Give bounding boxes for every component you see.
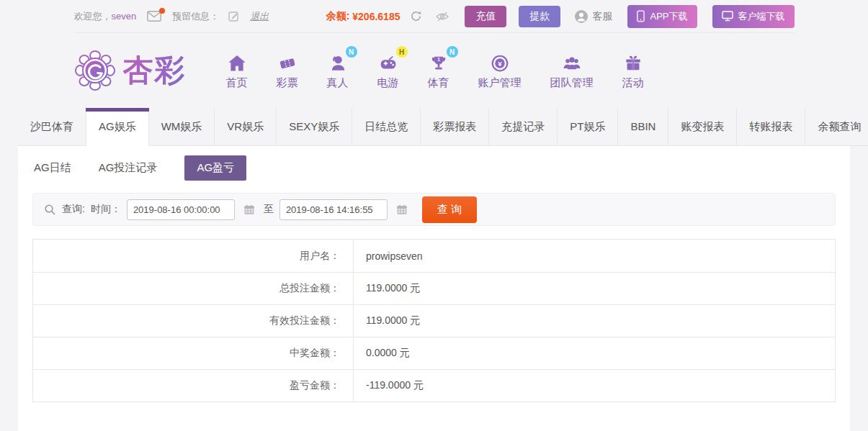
withdraw-button[interactable]: 提款 xyxy=(519,6,560,27)
tab-account-change-report[interactable]: 账变报表 xyxy=(668,108,737,146)
reserved-info-label: 预留信息： xyxy=(172,10,219,23)
headset-icon xyxy=(574,9,589,24)
nav-badge-h: H xyxy=(396,46,408,58)
tab-transfer-report[interactable]: 转账报表 xyxy=(737,108,805,146)
query-bar: 查询: 时间： 至 查 询 xyxy=(32,193,836,226)
tab-deposit-withdraw-records[interactable]: 充提记录 xyxy=(489,108,558,146)
phone-icon xyxy=(637,10,645,22)
subtab-ag-bet-records[interactable]: AG投注记录 xyxy=(99,161,158,175)
row-label-valid-bet: 有效投注金额： xyxy=(33,305,354,337)
tab-ag-entertainment[interactable]: AG娱乐 xyxy=(86,108,149,146)
search-icon xyxy=(44,204,56,216)
nav-label: 账户管理 xyxy=(478,76,522,90)
ag-subtabs: AG日结 AG投注记录 AG盈亏 xyxy=(18,146,850,189)
nav-label: 彩票 xyxy=(277,76,298,90)
report-tabs: 沙巴体育 AG娱乐 WM娱乐 VR娱乐 SEXY娱乐 日结总览 彩票报表 充提记… xyxy=(18,108,850,146)
tab-daily-summary[interactable]: 日结总览 xyxy=(352,108,421,146)
date-from-input[interactable] xyxy=(127,199,235,220)
main-nav: 首页 彩票 N 真人 H 电游 xyxy=(226,51,644,90)
ticket-icon xyxy=(277,54,297,73)
nav-item-lottery[interactable]: 彩票 xyxy=(277,51,298,90)
date-to-input[interactable] xyxy=(279,199,388,220)
calendar-from-icon[interactable] xyxy=(243,204,255,215)
refresh-icon[interactable] xyxy=(409,9,423,23)
app-download-button[interactable]: APP下载 xyxy=(627,5,697,28)
subtab-ag-profit-loss[interactable]: AG盈亏 xyxy=(184,155,246,181)
nav-label: 活动 xyxy=(622,76,644,90)
row-value-profit-loss: -119.0000 元 xyxy=(354,370,424,401)
balance: 余额: ¥206.6185 xyxy=(326,10,401,23)
logout-link[interactable]: 退出 xyxy=(250,10,269,23)
row-label-total-bet: 总投注金额： xyxy=(33,273,354,304)
site-header: 杏彩 首页 彩票 N 真人 xyxy=(0,33,868,108)
topbar: 欢迎您，seven 预留信息： 退出 余额: ¥206.6185 充值 提款 客… xyxy=(0,0,868,33)
tab-lottery-report[interactable]: 彩票报表 xyxy=(421,108,489,146)
monitor-icon xyxy=(722,11,733,22)
row-value-total-bet: 119.0000 元 xyxy=(354,273,420,304)
row-label-winnings: 中奖金额： xyxy=(33,337,354,369)
customer-service-link[interactable]: 客服 xyxy=(574,9,612,24)
unread-dot xyxy=(159,8,165,14)
welcome-text: 欢迎您，seven xyxy=(74,10,137,23)
nav-item-promotions[interactable]: 活动 xyxy=(622,51,644,90)
username: seven xyxy=(112,11,137,22)
svg-text:¥: ¥ xyxy=(498,60,502,68)
home-icon xyxy=(227,54,247,73)
svg-text:1: 1 xyxy=(437,57,440,62)
tab-balance-query[interactable]: 余额查询 xyxy=(805,108,868,146)
row-label-username: 用户名： xyxy=(33,240,354,272)
gift-icon xyxy=(623,54,643,73)
nav-item-sports[interactable]: 1 N 体育 xyxy=(428,51,449,90)
mail-icon[interactable] xyxy=(147,11,161,22)
nav-item-egames[interactable]: H 电游 xyxy=(377,51,399,90)
nav-item-account[interactable]: ¥ 账户管理 xyxy=(478,51,522,90)
content-panel: 沙巴体育 AG娱乐 WM娱乐 VR娱乐 SEXY娱乐 日结总览 彩票报表 充提记… xyxy=(18,108,850,431)
site-logo[interactable]: 杏彩 xyxy=(74,50,187,91)
subtab-ag-daily[interactable]: AG日结 xyxy=(34,161,71,175)
time-label: 时间： xyxy=(91,203,121,216)
nav-badge-n: N xyxy=(346,46,357,58)
balance-value: ¥206.6185 xyxy=(352,11,400,22)
balance-label: 余额: xyxy=(326,10,350,23)
service-label: 客服 xyxy=(592,10,612,23)
row-value-valid-bet: 119.0000 元 xyxy=(354,305,420,337)
table-row: 有效投注金额： 119.0000 元 xyxy=(33,304,835,337)
welcome-prefix: 欢迎您， xyxy=(74,11,112,22)
client-download-label: 客户端下载 xyxy=(738,10,785,23)
logo-text: 杏彩 xyxy=(123,50,187,91)
table-row: 盈亏金额： -119.0000 元 xyxy=(33,369,835,401)
trophy-icon: 1 xyxy=(429,54,449,73)
team-icon xyxy=(562,54,582,73)
nav-label: 电游 xyxy=(377,76,399,90)
table-row: 用户名： prowipseven xyxy=(33,240,835,272)
tab-pt-entertainment[interactable]: PT娱乐 xyxy=(558,108,618,146)
edit-icon[interactable] xyxy=(228,11,239,22)
tab-bbin[interactable]: BBIN xyxy=(618,108,668,146)
tab-vr-entertainment[interactable]: VR娱乐 xyxy=(215,108,277,146)
nav-label: 首页 xyxy=(226,76,248,90)
nav-badge-n: N xyxy=(447,46,458,58)
row-value-winnings: 0.0000 元 xyxy=(354,337,410,369)
tab-saba-sports[interactable]: 沙巴体育 xyxy=(18,108,86,146)
live-person-icon xyxy=(328,54,348,73)
nav-label: 体育 xyxy=(428,76,449,90)
gamepad-icon xyxy=(378,54,398,73)
flower-logo-icon xyxy=(74,50,116,91)
row-value-username: prowipseven xyxy=(354,240,423,272)
row-label-profit-loss: 盈亏金额： xyxy=(33,370,354,401)
client-download-button[interactable]: 客户端下载 xyxy=(712,5,795,28)
calendar-to-icon[interactable] xyxy=(396,204,408,215)
tab-sexy-entertainment[interactable]: SEXY娱乐 xyxy=(277,108,352,146)
eye-off-icon[interactable] xyxy=(435,11,449,22)
query-submit-button[interactable]: 查 询 xyxy=(422,196,477,223)
deposit-button[interactable]: 充值 xyxy=(465,6,506,27)
to-label: 至 xyxy=(264,203,274,216)
query-label: 查询: xyxy=(62,203,85,216)
nav-item-team[interactable]: 团队管理 xyxy=(550,51,594,90)
nav-item-live[interactable]: N 真人 xyxy=(327,51,349,90)
table-row: 中奖金额： 0.0000 元 xyxy=(33,337,835,369)
nav-item-home[interactable]: 首页 xyxy=(226,51,248,90)
tab-wm-entertainment[interactable]: WM娱乐 xyxy=(149,108,215,146)
table-row: 总投注金额： 119.0000 元 xyxy=(33,272,835,304)
yuan-coin-icon: ¥ xyxy=(490,54,510,73)
